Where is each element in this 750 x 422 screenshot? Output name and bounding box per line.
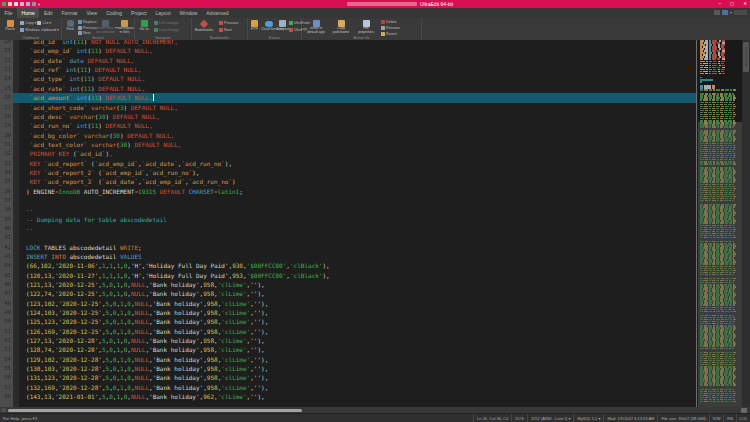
code-line-37[interactable]: [26, 196, 330, 205]
ribbon-tab-file[interactable]: File: [0, 8, 17, 18]
code-line-56[interactable]: (131,123,'2020-12-28',5,0,1,0,NULL,'Bank…: [26, 373, 330, 382]
ribbon-tab-format[interactable]: Format: [57, 8, 82, 18]
code-line-40[interactable]: --: [26, 224, 330, 233]
delete-file-button[interactable]: Delete: [381, 20, 397, 25]
compare-button[interactable]: Compare: [276, 20, 289, 32]
code-line-31[interactable]: `acd_text_color` varchar(30) DEFAULT NUL…: [26, 140, 330, 149]
code-line-49[interactable]: (124,103,'2020-12-25',5,0,1,0,NULL,'Bank…: [26, 308, 330, 317]
code-line-32[interactable]: PRIMARY KEY (`acd_id`),: [26, 149, 330, 158]
replace-button[interactable]: Replace: [78, 20, 97, 25]
code-line-52[interactable]: (127,13,'2020-12-28',5,0,1,0,NULL,'Bank …: [26, 336, 330, 345]
new-file-icon[interactable]: [2, 2, 6, 6]
code-line-26[interactable]: `acd_amount` int(11) DEFAULT NULL,: [26, 93, 330, 102]
status-cursor-position[interactable]: Ln 26, Col 36, C0: [473, 414, 511, 422]
code-line-24[interactable]: `acd_type` int(11) DEFAULT NULL,: [26, 74, 330, 83]
status-line-ending[interactable]: DOS: [511, 414, 527, 422]
filter-lines-button[interactable]: Filter lines on selection: [96, 20, 115, 35]
code-line-33[interactable]: KEY `acd_report` (`acd_emp_id`,`acd_date…: [26, 159, 330, 168]
paste-button[interactable]: Paste: [2, 20, 18, 32]
status-encoding[interactable]: 1252 (ANSI - Latin I) ▾: [527, 414, 574, 422]
status-syntax[interactable]: MySQL 5.1 ▾: [573, 414, 603, 422]
code-line-54[interactable]: (129,102,'2020-12-28',5,0,1,0,NULL,'Bank…: [26, 355, 330, 364]
theme-icon[interactable]: [722, 10, 728, 15]
code-line-29[interactable]: `acd_run_no` int(11) DEFAULT NULL,: [26, 121, 330, 130]
code-line-45[interactable]: (120,13,'2020-11-27',1,1,1,0,'H','Holida…: [26, 271, 330, 280]
code-line-39[interactable]: -- Dumping data for table abscodedetail: [26, 215, 330, 224]
code-line-58[interactable]: (143,13,'2021-01-01',5,0,1,0,NULL,'Bank …: [26, 392, 330, 401]
ribbon-tab-coding[interactable]: Coding: [102, 8, 127, 18]
code-line-53[interactable]: (128,74,'2020-12-28',5,0,1,0,NULL,'Bank …: [26, 345, 330, 354]
code-line-27[interactable]: `acd_short_code` varchar(3) DEFAULT NULL…: [26, 103, 330, 112]
code-line-44[interactable]: (66,102,'2020-11-06',1,1,1,0,'H','Holida…: [26, 261, 330, 270]
minimap[interactable]: [698, 40, 742, 407]
ribbon-tab-layout[interactable]: Layout: [151, 8, 175, 18]
code-line-42[interactable]: LOCK TABLES abscodedetail WRITE;: [26, 243, 330, 252]
horizontal-scroll-thumb[interactable]: [8, 409, 302, 412]
code-line-55[interactable]: (130,103,'2020-12-28',5,0,1,0,NULL,'Bank…: [26, 364, 330, 373]
code-line-22[interactable]: `acd_date` date DEFAULT NULL,: [26, 56, 330, 65]
code-line-38[interactable]: --: [26, 205, 330, 214]
find-button[interactable]: Find: [63, 20, 77, 32]
ribbon-options-icon[interactable]: ▾: [730, 10, 732, 15]
copy-button[interactable]: Copy ▾ Cut ▾: [20, 21, 51, 26]
code-line-57[interactable]: (132,169,'2020-12-28',5,0,1,0,NULL,'Bank…: [26, 383, 330, 392]
ribbon-tab-project[interactable]: Project: [126, 8, 151, 18]
copy-path-button[interactable]: Copy path/name: [330, 20, 352, 35]
code-line-50[interactable]: (125,123,'2020-12-25',5,0,1,0,NULL,'Bank…: [26, 317, 330, 326]
code-line-28[interactable]: `acd_desc` varchar(30) DEFAULT NULL,: [26, 112, 330, 121]
ribbon-tab-edit[interactable]: Edit: [39, 8, 57, 18]
status-mode-rw[interactable]: R/W: [709, 414, 723, 422]
close-button[interactable]: ✕: [743, 0, 747, 8]
code-line-21[interactable]: `acd_emp_id` int(11) DEFAULT NULL,: [26, 46, 330, 55]
code-line-48[interactable]: (123,102,'2020-12-25',5,0,1,0,NULL,'Bank…: [26, 299, 330, 308]
show-in-default-app-button[interactable]: Show in default app: [305, 20, 327, 35]
status-mode-col[interactable]: COL: [736, 414, 750, 422]
code-line-51[interactable]: (126,169,'2020-12-25',5,0,1,0,NULL,'Bank…: [26, 327, 330, 336]
file-properties-button[interactable]: File properties: [355, 20, 377, 35]
code-text[interactable]: `acd_id` int(11) NOT NULL AUTO_INCREMENT…: [26, 40, 330, 402]
last-change-button[interactable]: Last change: [154, 28, 179, 33]
scrollbar-corner-button[interactable]: [741, 408, 747, 413]
bookmarks-button[interactable]: Bookmarks: [194, 20, 214, 33]
find-previous-button[interactable]: Previous: [78, 26, 97, 31]
editor-area[interactable]: 2021222324252627282930313233343536373839…: [0, 40, 750, 407]
ribbon-mode-button[interactable]: [734, 10, 747, 15]
print-icon[interactable]: [20, 2, 24, 6]
ribbon-tab-view[interactable]: View: [82, 8, 102, 18]
windows-clipboard-button[interactable]: Windows clipboard ▾: [20, 28, 59, 33]
ribbon-tab-home[interactable]: Home: [17, 8, 39, 18]
code-line-47[interactable]: (122,74,'2020-12-25',5,0,1,0,NULL,'Bank …: [26, 289, 330, 298]
code-line-46[interactable]: (121,13,'2020-12-25',5,0,1,0,NULL,'Bank …: [26, 280, 330, 289]
code-line-25[interactable]: `acd_rate` int(11) DEFAULT NULL,: [26, 84, 330, 93]
bookmark-next-button[interactable]: Next: [219, 28, 232, 33]
ftp-button[interactable]: FTP: [248, 20, 261, 32]
rename-file-button[interactable]: Rename: [381, 26, 400, 31]
bookmark-previous-button[interactable]: Previous: [219, 21, 238, 26]
code-line-23[interactable]: `acd_ref` int(11) DEFAULT NULL,: [26, 65, 330, 74]
scroll-left-button[interactable]: [1, 408, 6, 412]
code-line-34[interactable]: KEY `acd_report_2` (`acd_emp_id`,`acd_ru…: [26, 168, 330, 177]
code-line-35[interactable]: KEY `acd_report_3` (`acd_date`,`acd_emp_…: [26, 177, 330, 186]
left-change-button[interactable]: Left change: [154, 21, 178, 26]
code-line-43[interactable]: INSERT INTO abscodedetail VALUES: [26, 252, 330, 261]
status-file-size[interactable]: File size: 39007 (38.0KB): [657, 414, 709, 422]
code-line-41[interactable]: [26, 233, 330, 242]
line-number: 41: [0, 233, 13, 242]
copy-path-icon: [338, 20, 345, 27]
maximize-button[interactable]: ▢: [730, 0, 734, 8]
status-modified[interactable]: Mod: 1/9/2022 6:13:53 AM: [603, 414, 657, 422]
cloud-services-button[interactable]: Cloud Services: [261, 20, 276, 32]
ribbon-tab-advanced[interactable]: Advanced: [202, 8, 233, 18]
code-line-30[interactable]: `acd_bg_color` varchar(30) DEFAULT NULL,: [26, 131, 330, 140]
code-line-36[interactable]: ) ENGINE=InnoDB AUTO_INCREMENT=19315 DEF…: [26, 187, 330, 196]
status-mode-ins[interactable]: INS: [723, 414, 736, 422]
function-list-tab[interactable]: Function List: [743, 42, 749, 72]
open-file-icon[interactable]: [8, 2, 12, 6]
goto-button[interactable]: Go to: [137, 20, 151, 32]
layout-icon[interactable]: [714, 10, 720, 15]
line-number: 48: [0, 299, 13, 308]
minimize-button[interactable]: –: [718, 0, 721, 8]
save-icon[interactable]: [14, 2, 18, 6]
find-in-files-button[interactable]: Find/Replace in files: [115, 20, 134, 35]
ribbon-tab-window[interactable]: Window: [175, 8, 202, 18]
